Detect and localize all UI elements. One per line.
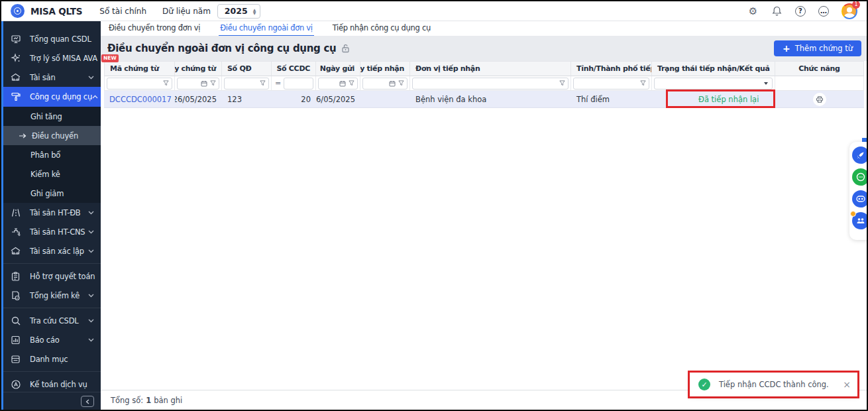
unlock-icon [341, 44, 350, 53]
filter-icon [163, 80, 169, 86]
sidebar-item-tai-san-ht-db[interactable]: Tài sản HT-ĐB [1, 203, 101, 222]
submenu-label: Kiểm kê [30, 170, 60, 179]
tab-dieu-chuyen-trong-don-vi[interactable]: Điều chuyển trong đơn vị [107, 21, 201, 35]
submenu-label: Phân bổ [30, 150, 60, 160]
settings-gear-icon[interactable]: ⚙ [747, 5, 759, 17]
page-title: Điều chuyển ngoài đơn vị công cụ dụng cụ [107, 42, 336, 54]
toast-message: Tiếp nhận CCDC thành công. [719, 380, 829, 389]
chevron-down-icon [88, 249, 94, 253]
sidebar-divider [1, 308, 101, 308]
col-ngay-chung-tu[interactable]: Ngày chứng từ [175, 62, 222, 76]
sidebar-item-label: Trợ lý số MISA AVA [30, 54, 97, 63]
filter-tinh-thanh-pho-input[interactable] [573, 78, 649, 89]
more-options-icon[interactable]: … [818, 6, 829, 17]
total-value: 1 [146, 396, 151, 405]
sidebar-item-label: Tổng kiểm kê [30, 291, 80, 300]
filter-chuc-nang-empty [775, 76, 864, 91]
tab-tiep-nhan-cong-cu-dung-cu[interactable]: Tiếp nhận công cụ dụng cụ [331, 21, 432, 35]
submenu-item-ghi-tang[interactable]: Ghi tăng [1, 107, 101, 126]
chevron-down-icon [88, 211, 94, 215]
filter-so-qd-input[interactable] [224, 78, 269, 89]
submenu-label: Ghi tăng [30, 112, 62, 121]
filter-ma-chung-tu-input[interactable] [107, 78, 172, 89]
search-icon [10, 315, 21, 326]
sidebar-item-ho-tro-quyet-toan[interactable]: Hỗ trợ quyết toán [1, 266, 101, 286]
help-icon[interactable]: ? [795, 6, 806, 17]
submenu-item-phan-bo[interactable]: Phân bổ [1, 145, 101, 164]
chevron-down-icon [88, 338, 94, 342]
monitor-icon [10, 33, 21, 44]
cell-ngay-tiep-nhan [360, 91, 410, 108]
year-value: 2025 [225, 6, 248, 16]
sidebar-item-tra-cuu-csdl[interactable]: Tra cứu CSDL [1, 311, 101, 330]
filter-icon [260, 80, 266, 86]
cell-so-qd: 123 [222, 91, 272, 108]
asset-house-icon [10, 72, 21, 83]
table-header-row: Mã chứng từ Ngày chứng từ Số QĐ Số CCDC … [104, 61, 864, 76]
col-ngay-gui[interactable]: Ngày gửi [316, 62, 360, 76]
document-check-icon [10, 290, 21, 301]
filter-trang-thai-select[interactable] [654, 78, 773, 89]
year-selector[interactable]: 2025 ▲▼ [217, 4, 260, 19]
sidebar-item-ke-toan-dich-vu[interactable]: Kế toán dịch vụ [1, 375, 101, 394]
submenu-item-dieu-chuyen[interactable]: Điều chuyển [1, 126, 101, 145]
cell-don-vi-tiep-nhan: Bệnh viện đa khoa [410, 91, 571, 108]
sidebar-item-danh-muc[interactable]: Danh mục [1, 349, 101, 369]
submenu-item-ghi-giam[interactable]: Ghi giảm [1, 184, 101, 203]
sidebar-item-tai-san-ht-cns[interactable]: Tài sản HT-CNS [1, 222, 101, 241]
toast-highlight-annotation: ✓ Tiếp nhận CCDC thành công. × [688, 371, 859, 398]
equals-operator[interactable]: = [275, 79, 281, 88]
menu-so-tai-chinh[interactable]: Sổ tài chính [99, 7, 146, 16]
filter-icon [559, 80, 565, 86]
filter-icon [640, 80, 646, 86]
sparkle-icon [10, 52, 21, 64]
sidebar-item-tong-kiem-ke[interactable]: Tổng kiểm kê [1, 286, 101, 305]
document-code-link[interactable]: DCCCDC000017 [109, 95, 172, 104]
add-document-button[interactable]: + Thêm chứng từ [774, 40, 861, 56]
total-label: Tổng số: [111, 396, 143, 405]
filter-ngay-tiep-nhan-input[interactable] [362, 78, 407, 89]
col-ma-chung-tu[interactable]: Mã chứng từ [104, 62, 175, 76]
messenger-bot-icon[interactable] [852, 190, 868, 207]
cong-cu-dung-cu-submenu: Ghi tăng Điều chuyển Phân bổ Kiểm kê Ghi… [1, 107, 101, 203]
col-tinh-thanh-pho[interactable]: Tỉnh/Thành phố tiếp nhận [571, 62, 652, 76]
sidebar-footer [1, 392, 101, 410]
chevron-down-icon [88, 294, 94, 298]
sidebar-item-label: Báo cáo [30, 335, 60, 345]
support-chat-dock [849, 142, 868, 240]
user-avatar[interactable]: 1 [841, 3, 857, 19]
success-toast: ✓ Tiếp nhận CCDC thành công. × [690, 373, 857, 396]
notifications-bell-icon[interactable] [771, 5, 783, 17]
filter-don-vi-tiep-nhan-input[interactable] [412, 78, 569, 89]
col-trang-thai[interactable]: Trạng thái tiếp nhận/Kết quả [652, 62, 775, 76]
submenu-item-kiem-ke[interactable]: Kiểm kê [1, 164, 101, 184]
title-bar: Điều chuyển ngoài đơn vị công cụ dụng cụ… [101, 36, 867, 61]
tab-dieu-chuyen-ngoai-don-vi[interactable]: Điều chuyển ngoài đơn vị [219, 21, 313, 36]
table-row[interactable]: DCCCDC000017 26/05/2025 123 20 26/05/202… [104, 91, 864, 108]
asset-house-icon [10, 245, 21, 257]
sidebar-item-tro-ly-so-misa-ava[interactable]: Trợ lý số MISA AVA NEW [1, 48, 101, 68]
year-spinner-icon[interactable]: ▲▼ [253, 8, 256, 15]
filter-so-ccdc-input[interactable] [284, 78, 313, 89]
sidebar-item-cong-cu-dung-cu[interactable]: Công cụ dụng cụ [1, 87, 101, 107]
assistant-rocket-icon[interactable] [852, 147, 868, 164]
col-chuc-nang: Chức năng [775, 62, 864, 76]
col-ngay-tiep-nhan[interactable]: Ngày tiếp nhận [360, 62, 410, 76]
toast-close-icon[interactable]: × [843, 380, 851, 389]
filter-ngay-gui-input[interactable] [318, 78, 358, 89]
col-so-ccdc[interactable]: Số CCDC [272, 62, 316, 76]
sidebar-divider [1, 263, 101, 264]
printer-icon [816, 95, 824, 103]
sidebar-item-tai-san-xac-lap[interactable]: Tài sản xác lập [1, 241, 101, 261]
sidebar-item-tong-quan-csdl[interactable]: Tổng quan CSDL [1, 29, 101, 48]
sidebar-item-tai-san[interactable]: Tài sản [1, 68, 101, 87]
community-people-icon[interactable] [852, 212, 868, 229]
col-so-qd[interactable]: Số QĐ [222, 62, 272, 76]
filter-ngay-chung-tu-input[interactable] [177, 78, 219, 89]
print-button[interactable] [813, 93, 826, 106]
zalo-chat-icon[interactable] [852, 168, 868, 186]
sidebar-item-bao-cao[interactable]: Báo cáo [1, 330, 101, 349]
sidebar-collapse-button[interactable] [81, 396, 94, 407]
col-don-vi-tiep-nhan[interactable]: Đơn vị tiếp nhận [410, 62, 571, 76]
documents-table: Mã chứng từ Ngày chứng từ Số QĐ Số CCDC … [104, 61, 864, 108]
